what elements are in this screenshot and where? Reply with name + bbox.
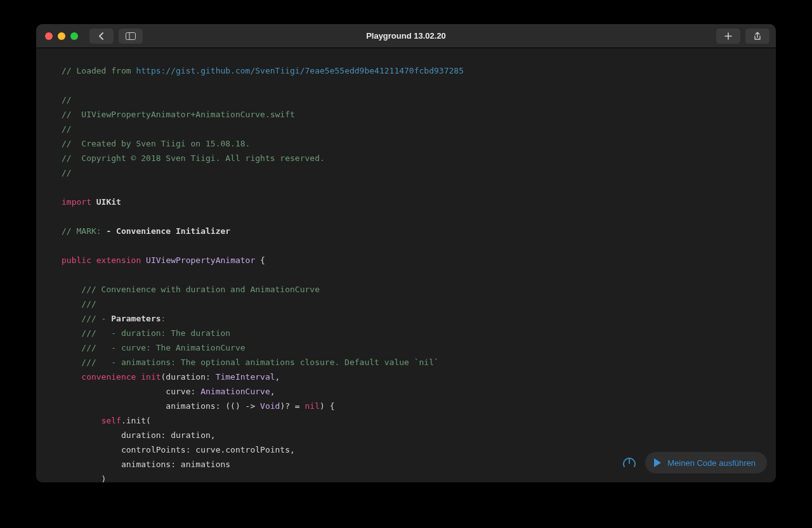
toggle-sidebar-button[interactable] (119, 29, 143, 44)
code-doc-comment: /// (62, 299, 96, 309)
code-doc-param: /// - curve: The AnimationCurve (62, 343, 246, 352)
code-mark-comment: // MARK: (62, 226, 102, 236)
code-keyword: public (62, 255, 91, 265)
share-button[interactable] (745, 29, 769, 44)
code-url: https://gist.github.com/SvenTiigi/7eae5e… (136, 66, 464, 75)
code-doc-label: Parameters (111, 314, 160, 323)
code-keyword: import (62, 197, 91, 207)
toolbar-nav-buttons (89, 29, 143, 44)
code-body: animations: animations (62, 460, 230, 469)
code-doc-comment: /// Convenience with duration and Animat… (62, 285, 320, 294)
code-type: AnimationCurve (200, 387, 270, 396)
code-sig: animations: (() -> (62, 401, 260, 411)
code-doc-param: /// - animations: The optional animation… (62, 357, 439, 367)
close-window-button[interactable] (45, 32, 53, 40)
code-keyword: convenience (81, 372, 136, 382)
code-body: ) (62, 474, 106, 482)
execution-gauge-button[interactable] (620, 453, 639, 472)
play-icon (654, 458, 661, 467)
code-comment: // (62, 168, 72, 177)
code-punct: , (270, 387, 275, 396)
titlebar: Playground 13.02.20 (36, 24, 776, 48)
code-sig: ) { (320, 401, 334, 411)
code-comment: // UIViewPropertyAnimator+AnimationCurve… (62, 110, 295, 119)
code-call: .init( (121, 416, 151, 425)
app-window: Playground 13.02.20 // Loaded from https… (36, 24, 776, 482)
code-sig: (duration: (161, 372, 216, 382)
code-body: controlPoints: curve.controlPoints, (62, 445, 295, 454)
code-comment: // (62, 95, 72, 105)
back-button[interactable] (89, 29, 114, 44)
share-icon (754, 32, 761, 41)
run-bar: Meinen Code ausführen (620, 452, 767, 473)
code-keyword: extension (96, 255, 141, 265)
code-comment: // Copyright © 2018 Sven Tiigi. All righ… (62, 153, 325, 163)
new-tab-button[interactable] (716, 29, 740, 44)
minimize-window-button[interactable] (58, 32, 65, 40)
code-sig: )? = (280, 401, 304, 411)
code-keyword: init (141, 372, 160, 382)
code-type: Void (260, 401, 280, 411)
code-type: UIViewPropertyAnimator (146, 255, 255, 265)
sidebar-icon (126, 32, 136, 40)
chevron-left-icon (98, 32, 105, 40)
svg-rect-0 (126, 32, 136, 39)
code-body: duration: duration, (62, 430, 216, 440)
code-comment: // (62, 124, 72, 134)
code-nil: nil (305, 401, 320, 411)
run-code-button[interactable]: Meinen Code ausführen (645, 452, 767, 473)
code-module: UIKit (96, 197, 121, 207)
code-sig: curve: (62, 387, 200, 396)
code-type: TimeInterval (216, 372, 275, 382)
code-brace: { (255, 255, 265, 265)
traffic-lights (36, 32, 78, 40)
code-mark-text: - Convenience Initializer (102, 226, 231, 236)
code-self: self (102, 416, 121, 425)
window-title: Playground 13.02.20 (36, 31, 776, 41)
code-doc-comment: /// - (62, 314, 111, 323)
code-comment: // Created by Sven Tiigi on 15.08.18. (62, 139, 250, 148)
speedometer-icon (622, 455, 637, 470)
plus-icon (724, 32, 732, 40)
code-editor[interactable]: // Loaded from https://gist.github.com/S… (36, 48, 776, 482)
code-doc-param: /// - duration: The duration (62, 328, 230, 338)
toolbar-right-buttons (716, 29, 769, 44)
run-button-label: Meinen Code ausführen (667, 458, 756, 468)
fullscreen-window-button[interactable] (70, 32, 78, 40)
code-comment: // Loaded from (62, 66, 136, 75)
code-punct: , (275, 372, 280, 382)
code-doc-colon: : (161, 314, 166, 323)
